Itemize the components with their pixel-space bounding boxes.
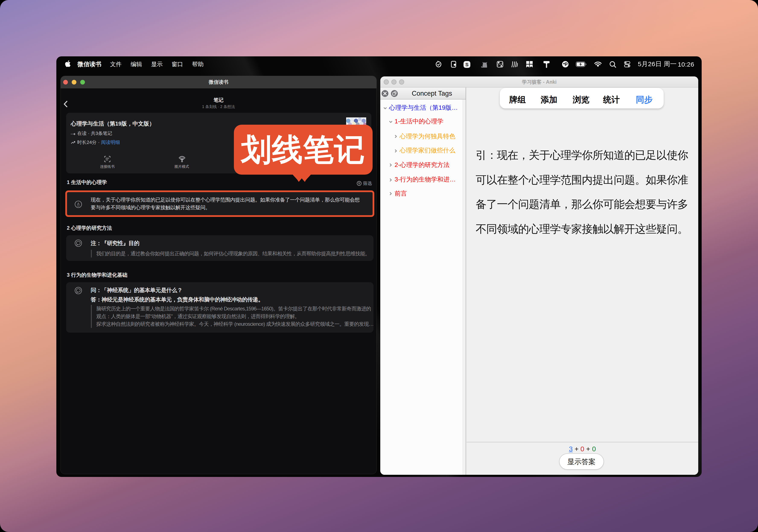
svg-text:S: S: [465, 62, 468, 67]
svg-text:A: A: [77, 202, 80, 206]
